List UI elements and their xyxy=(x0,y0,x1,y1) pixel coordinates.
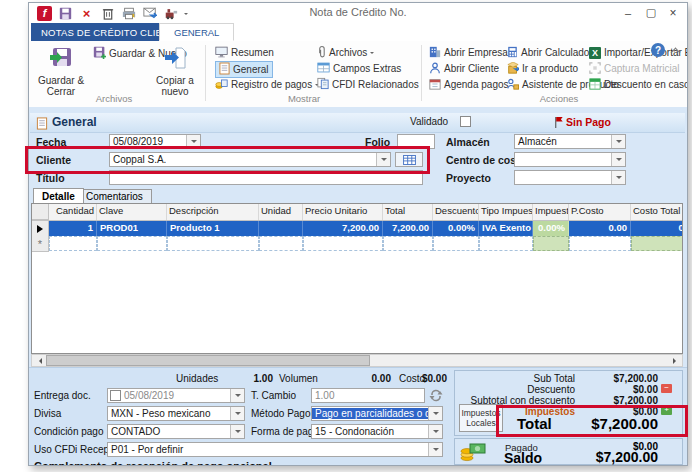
saldo-label: Saldo xyxy=(504,450,542,466)
new-cell-costo-total[interactable] xyxy=(631,236,683,251)
ribbon-item-campos-extras[interactable]: Campos Extras xyxy=(317,61,401,76)
new-row[interactable]: * xyxy=(32,236,682,251)
ribbon-item-agenda-pagos[interactable]: Agenda pagos xyxy=(429,77,509,92)
condicion-pago-dropdown-icon[interactable] xyxy=(230,425,244,438)
table-row[interactable]: 1 PROD01 Producto 1 7,200.00 7,200.00 0.… xyxy=(32,221,682,236)
forma-pago-dropdown-icon[interactable] xyxy=(428,425,442,438)
column-header-clave[interactable]: Clave xyxy=(97,204,167,220)
ribbon-item-abrir-empresa[interactable]: Abrir Empresa xyxy=(429,45,508,60)
general-item-label: General xyxy=(233,64,269,75)
new-cell[interactable] xyxy=(167,236,259,251)
ribbon-item-descuento-cascada[interactable]: Descuento en cascada xyxy=(589,77,688,92)
ribbon-item-general[interactable]: General xyxy=(215,61,273,78)
new-cell[interactable] xyxy=(259,236,303,251)
ribbon-item-ir-producto[interactable]: Ir a producto xyxy=(507,61,578,76)
folio-input[interactable] xyxy=(397,134,435,149)
tab-general[interactable]: GENERAL xyxy=(159,23,234,41)
fecha-combo[interactable]: 05/08/2019 xyxy=(109,134,201,149)
column-header-precio-unitario[interactable]: Precio Unitario xyxy=(303,204,383,220)
saldo-value: $7,200.00 xyxy=(545,449,658,465)
entrega-doc-combo[interactable]: 05/08/2019 xyxy=(107,388,245,403)
ribbon-separator xyxy=(205,45,206,101)
ribbon-item-abrir-calculadora[interactable]: Abrir Calculadora xyxy=(507,45,598,60)
t-cambio-refresh-icon[interactable] xyxy=(429,388,443,406)
column-header-tipo-impuesto[interactable]: Tipo Impuesto xyxy=(479,204,533,220)
new-row-selector-cell[interactable]: * xyxy=(32,236,49,252)
t-cambio-input[interactable]: 1.00 xyxy=(311,388,425,403)
entrega-doc-dropdown-icon[interactable] xyxy=(230,389,244,402)
new-cell-impuesto[interactable] xyxy=(533,236,569,251)
agenda-pagos-label: Agenda pagos xyxy=(444,79,509,90)
cell-p-costo[interactable]: 0.00 xyxy=(569,221,631,236)
entrega-doc-checkbox[interactable] xyxy=(110,390,121,401)
uso-cfdi-dropdown-icon[interactable] xyxy=(428,443,442,456)
scrollbar-thumb[interactable] xyxy=(46,355,370,366)
cliente-dropdown-icon[interactable] xyxy=(376,153,390,166)
new-cell[interactable] xyxy=(569,236,631,251)
new-cell[interactable] xyxy=(433,236,479,251)
cell-unidad[interactable] xyxy=(259,221,303,236)
column-header-impuesto[interactable]: Impuesto xyxy=(533,204,569,220)
cell-cantidad[interactable]: 1 xyxy=(49,221,97,236)
impuestos-add-button[interactable]: + xyxy=(661,406,672,415)
cell-total[interactable]: 7,200.00 xyxy=(383,221,433,236)
new-cell[interactable] xyxy=(97,236,167,251)
centro-costo-dropdown-icon[interactable] xyxy=(611,153,625,166)
close-button[interactable]: × xyxy=(662,3,684,22)
ribbon-item-archivos[interactable]: Archivos xyxy=(317,45,374,60)
cell-impuesto[interactable]: 0.00% xyxy=(533,221,569,236)
column-header-p-costo[interactable]: P.Costo xyxy=(569,204,631,220)
cell-clave[interactable]: PROD01 xyxy=(97,221,167,236)
descuento-remove-button[interactable]: − xyxy=(661,384,672,393)
scroll-left-button[interactable] xyxy=(32,355,45,366)
proyecto-dropdown-icon[interactable] xyxy=(611,171,625,184)
maximize-button[interactable]: ▢ xyxy=(640,3,662,22)
new-cell[interactable] xyxy=(303,236,383,251)
condicion-pago-combo[interactable]: CONTADO xyxy=(107,424,245,439)
column-header-descuento[interactable]: Descuento xyxy=(433,204,479,220)
cliente-lookup-button[interactable] xyxy=(395,152,423,167)
scroll-right-button[interactable] xyxy=(669,355,682,366)
new-cell[interactable] xyxy=(383,236,433,251)
ribbon-item-resumen[interactable]: Resumen xyxy=(215,45,274,60)
column-header-descripcion[interactable]: Descripción xyxy=(167,204,259,220)
validado-checkbox[interactable] xyxy=(460,116,471,127)
cliente-combo[interactable]: Coppal S.A. xyxy=(109,152,391,167)
new-cell[interactable] xyxy=(49,236,97,251)
ribbon-item-cfdi-relacionados[interactable]: CFDI Relacionados xyxy=(317,77,419,92)
minimize-button[interactable]: – xyxy=(617,3,639,22)
divisa-combo[interactable]: MXN - Peso mexicano xyxy=(107,406,245,421)
tab-comentarios[interactable]: Comentarios xyxy=(77,189,152,203)
ribbon-item-abrir-cliente[interactable]: Abrir Cliente xyxy=(429,61,499,76)
divisa-dropdown-icon[interactable] xyxy=(230,407,244,420)
grid-horizontal-scrollbar[interactable] xyxy=(31,354,683,367)
help-icon[interactable]: ? xyxy=(651,43,665,57)
cell-costo-total[interactable]: 0.00 xyxy=(631,221,683,236)
cell-descripcion[interactable]: Producto 1 xyxy=(167,221,259,236)
cell-precio-unitario[interactable]: 7,200.00 xyxy=(303,221,383,236)
descuento-cascada-label: Descuento en cascada xyxy=(604,79,688,90)
column-header-unidad[interactable]: Unidad xyxy=(259,204,303,220)
almacen-combo[interactable]: Almacén xyxy=(514,134,626,149)
column-header-total[interactable]: Total xyxy=(383,204,433,220)
abrir-calculadora-icon xyxy=(507,46,518,60)
uso-cfdi-combo[interactable]: P01 - Por definir xyxy=(107,442,443,457)
metodo-pago-dropdown-icon[interactable] xyxy=(428,407,442,420)
row-selector-cell[interactable] xyxy=(32,221,49,237)
subtotal-descuento-value: $7,200.00 xyxy=(558,395,658,406)
impuestos-locales-button[interactable]: Impuestos Locales xyxy=(459,404,503,432)
cell-descuento[interactable]: 0.00% xyxy=(433,221,479,236)
centro-costo-combo[interactable] xyxy=(514,152,626,167)
column-header-costo-total[interactable]: Costo Total xyxy=(631,204,683,220)
fecha-dropdown-icon[interactable] xyxy=(186,135,200,148)
column-header-cantidad[interactable]: Cantidad xyxy=(49,204,97,220)
forma-pago-combo[interactable]: 15 - Condonación xyxy=(311,424,443,439)
proyecto-combo[interactable] xyxy=(514,170,626,185)
cell-tipo-impuesto[interactable]: IVA Exento xyxy=(479,221,533,236)
tab-detalle[interactable]: Detalle xyxy=(33,188,84,203)
metodo-pago-combo[interactable]: Pago en parcialidades o diferido xyxy=(311,406,443,421)
ribbon-item-registro-pagos[interactable]: Registro de pagos xyxy=(215,77,319,92)
titulo-input[interactable] xyxy=(109,170,423,185)
almacen-dropdown-icon[interactable] xyxy=(611,135,625,148)
new-cell[interactable] xyxy=(479,236,533,251)
